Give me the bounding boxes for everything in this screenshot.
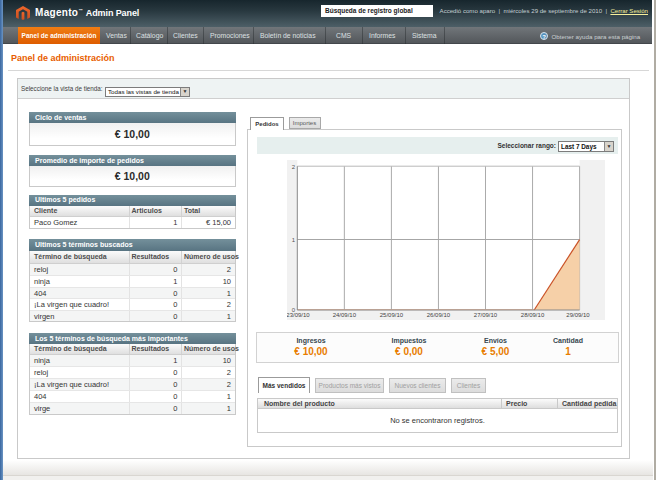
svg-text:26/09/10: 26/09/10	[427, 312, 451, 318]
svg-text:23/09/10: 23/09/10	[287, 312, 310, 318]
svg-text:24/09/10: 24/09/10	[333, 312, 357, 318]
svg-text:29/09/10: 29/09/10	[566, 312, 590, 318]
svg-text:25/09/10: 25/09/10	[380, 312, 404, 318]
svg-text:28/09/10: 28/09/10	[521, 312, 545, 318]
svg-text:27/09/10: 27/09/10	[474, 312, 498, 318]
